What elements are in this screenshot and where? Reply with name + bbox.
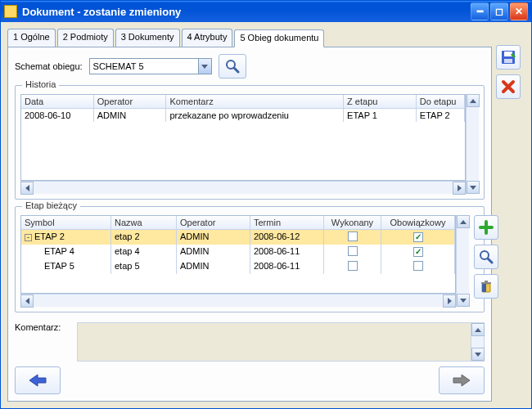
cancel-x-icon — [501, 79, 516, 94]
historia-hscroll[interactable] — [20, 181, 466, 194]
historia-body: 2008-06-10 ADMIN przekazane po wprowadze… — [21, 109, 465, 180]
komentarz-textarea[interactable] — [77, 322, 485, 362]
tab-obieg-dokumentu[interactable]: 5 Obieg dokumentu — [234, 29, 324, 47]
table-row[interactable]: ETAP 4etap 4ADMIN2008-06-11 — [21, 245, 455, 259]
forward-button[interactable] — [439, 366, 485, 394]
col-termin[interactable]: Termin — [250, 216, 324, 229]
tab-panel: Schemat obiegu: SCHEMAT 5 Historia — [7, 47, 492, 402]
historia-legend: Historia — [22, 79, 59, 89]
col-wykonany[interactable]: Wykonany — [324, 216, 381, 229]
scroll-up-icon[interactable] — [457, 215, 470, 228]
search-icon — [225, 59, 240, 74]
scroll-up-icon[interactable] — [471, 323, 485, 336]
save-disk-icon — [500, 49, 516, 65]
tab-dokumenty[interactable]: 3 Dokumenty — [115, 29, 180, 47]
window-title: Dokument - zostanie zmieniony — [22, 6, 181, 18]
obowiazkowy-checkbox[interactable] — [413, 232, 423, 242]
save-button[interactable] — [496, 45, 521, 70]
workarea: 1 Ogólne 2 Podmioty 3 Dokumenty 4 Atrybu… — [1, 22, 531, 408]
col-operator[interactable]: Operator — [94, 95, 167, 108]
svg-rect-5 — [482, 284, 486, 292]
schemat-row: Schemat obiegu: SCHEMAT 5 — [15, 54, 485, 79]
col-operator[interactable]: Operator — [177, 216, 250, 229]
wykonany-checkbox[interactable] — [348, 261, 358, 271]
komentarz-label: Komentarz: — [15, 322, 70, 332]
etap-fieldset: Etap bieżący Symbol Nazwa Operator Termi… — [15, 206, 485, 312]
obowiazkowy-checkbox[interactable] — [413, 261, 423, 271]
etap-hscroll[interactable] — [20, 294, 456, 307]
scroll-down-icon[interactable] — [457, 294, 470, 307]
obowiazkowy-checkbox[interactable] — [413, 247, 423, 257]
svg-line-1 — [234, 68, 238, 72]
scroll-left-icon[interactable] — [20, 182, 34, 195]
svg-rect-7 — [485, 281, 488, 282]
schemat-value: SCHEMAT 5 — [90, 61, 198, 71]
wykonany-checkbox[interactable] — [348, 231, 358, 241]
wykonany-checkbox[interactable] — [348, 246, 358, 256]
col-symbol[interactable]: Symbol — [21, 216, 111, 229]
scroll-right-icon[interactable] — [443, 294, 456, 308]
chevron-down-icon[interactable] — [198, 59, 211, 74]
col-z-etapu[interactable]: Z etapu — [344, 95, 417, 108]
scroll-left-icon[interactable] — [20, 294, 34, 308]
plus-icon — [479, 220, 494, 235]
scroll-down-icon[interactable] — [471, 348, 485, 361]
tabstrip: 1 Ogólne 2 Podmioty 3 Dokumenty 4 Atrybu… — [7, 29, 492, 47]
tree-toggle-icon[interactable]: - — [25, 234, 32, 241]
tab-atrybuty[interactable]: 4 Atrybuty — [182, 29, 233, 47]
etap-body: -ETAP 2etap 2ADMIN2008-06-12ETAP 4etap 4… — [21, 230, 455, 293]
tab-podmioty[interactable]: 2 Podmioty — [57, 29, 114, 47]
view-etap-button[interactable] — [474, 245, 498, 269]
window: Dokument - zostanie zmieniony ━ ◻ ✕ 1 Og… — [0, 0, 532, 409]
search-icon — [479, 249, 494, 264]
komentarz-vscroll[interactable] — [471, 323, 484, 361]
maximize-button[interactable]: ◻ — [490, 2, 508, 20]
scroll-up-icon[interactable] — [467, 94, 480, 107]
etap-header: Symbol Nazwa Operator Termin Wykonany Ob… — [21, 216, 455, 230]
schemat-label: Schemat obiegu: — [15, 61, 83, 71]
historia-vscroll[interactable] — [466, 94, 479, 194]
svg-rect-10 — [504, 59, 512, 63]
table-row[interactable]: ETAP 5etap 5ADMIN2008-06-11 — [21, 259, 455, 274]
table-row[interactable]: 2008-06-10 ADMIN przekazane po wprowadze… — [21, 109, 465, 122]
svg-rect-6 — [481, 282, 491, 284]
col-data[interactable]: Data — [21, 95, 94, 108]
close-button[interactable]: ✕ — [510, 2, 528, 20]
col-obowiazkowy[interactable]: Obowiązkowy — [381, 216, 455, 229]
schemat-search-button[interactable] — [219, 54, 246, 79]
delete-etap-button[interactable] — [474, 274, 498, 299]
cancel-button[interactable] — [496, 74, 521, 99]
etap-vscroll[interactable] — [456, 215, 469, 307]
etap-legend: Etap bieżący — [22, 200, 80, 210]
scroll-down-icon[interactable] — [467, 181, 480, 194]
svg-rect-9 — [504, 52, 512, 56]
arrow-left-icon — [28, 373, 47, 388]
titlebar: Dokument - zostanie zmieniony ━ ◻ ✕ — [1, 1, 531, 22]
col-do-etapu[interactable]: Do etapu — [417, 95, 465, 108]
add-etap-button[interactable] — [474, 215, 498, 240]
trash-icon — [479, 279, 494, 294]
svg-line-3 — [488, 258, 492, 263]
tab-ogolne[interactable]: 1 Ogólne — [7, 29, 56, 47]
col-komentarz[interactable]: Komentarz — [166, 95, 344, 108]
arrow-right-icon — [452, 373, 471, 388]
back-button[interactable] — [15, 366, 61, 394]
minimize-button[interactable]: ━ — [471, 2, 489, 20]
scroll-right-icon[interactable] — [453, 182, 466, 195]
komentarz-row: Komentarz: — [15, 322, 485, 362]
document-icon — [4, 5, 17, 18]
schemat-combo[interactable]: SCHEMAT 5 — [89, 58, 212, 74]
historia-fieldset: Historia Data Operator Komentarz Z etapu… — [15, 85, 485, 200]
table-row[interactable]: -ETAP 2etap 2ADMIN2008-06-12 — [21, 230, 455, 245]
historia-header: Data Operator Komentarz Z etapu Do etapu — [21, 95, 465, 109]
col-nazwa[interactable]: Nazwa — [111, 216, 177, 229]
nav-row — [15, 366, 485, 394]
